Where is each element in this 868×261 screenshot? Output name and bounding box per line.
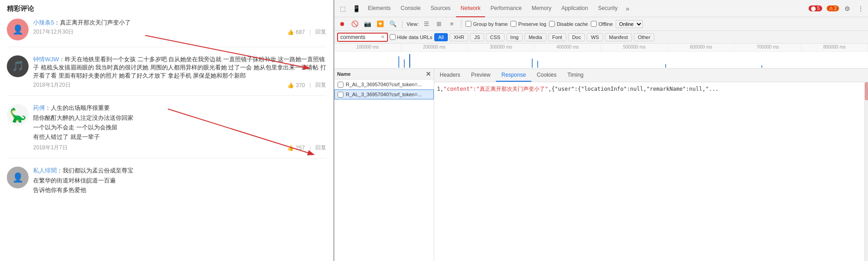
username-suffix: ：人生的出场顺序很重要: [45, 104, 110, 111]
comment-username: 药傅：人生的出场顺序很重要: [33, 104, 326, 112]
list-item-name: R_AL_3_36957040?csrf_token=...: [346, 92, 422, 97]
more-tabs-icon[interactable]: »: [623, 5, 632, 12]
list-item-checkbox[interactable]: [338, 82, 343, 88]
tab-security[interactable]: Security: [593, 0, 622, 17]
comment-item: 👤 私人绯聞：我们都以为孟云份成至尊宝 在繁华的街道对林佳皖道一百遍告诉他你有多…: [7, 167, 326, 204]
filter-doc-button[interactable]: Doc: [568, 33, 585, 41]
more-options-icon[interactable]: ⋮: [855, 3, 866, 14]
tab-elements[interactable]: Elements: [363, 0, 395, 17]
network-timeline: 100000 ms 200000 ms 300000 ms 400000 ms …: [334, 44, 868, 69]
disable-cache-label[interactable]: Disable cache: [549, 21, 588, 27]
reply-button[interactable]: 回复: [315, 144, 326, 152]
search-icon[interactable]: 🔍: [388, 19, 398, 29]
network-content: Name ✕ R_AL_3_36957040?csrf_token=... R_…: [334, 69, 868, 261]
network-list: Name ✕ R_AL_3_36957040?csrf_token=... R_…: [334, 69, 434, 261]
comment-date: 2018年1月7日: [33, 144, 68, 152]
hide-data-urls-checkbox[interactable]: [390, 34, 396, 40]
clear-button[interactable]: 🚫: [350, 19, 360, 29]
detail-tabs: Headers Preview Response Cookies Timing: [434, 69, 868, 82]
list-item[interactable]: R_AL_3_36957040?csrf_token=...: [334, 89, 434, 99]
disable-cache-checkbox[interactable]: [549, 21, 555, 27]
filter-icon[interactable]: 🔽: [375, 19, 385, 29]
reply-button[interactable]: 回复: [315, 28, 326, 36]
timeline-mark: 200000 ms: [401, 44, 468, 51]
separator: [402, 20, 402, 28]
comment-item: 🦕 药傅：人生的出场顺序很重要 陪你酩酊大醉的人注定没办法送你回家一个以为不会走…: [7, 104, 326, 158]
filter-search-box[interactable]: ✕: [337, 33, 388, 42]
comment-body: 私人绯聞：我们都以为孟云份成至尊宝 在繁华的街道对林佳皖道一百遍告诉他你有多热爱…: [33, 167, 326, 197]
username[interactable]: 小辣条5: [33, 19, 54, 26]
list-item[interactable]: R_AL_3_36957040?csrf_token=...: [334, 79, 434, 89]
filter-all-button[interactable]: All: [434, 33, 448, 41]
scrollbar-thumb[interactable]: [865, 82, 868, 100]
comment-username: 钟情WJW：昨天在地铁里看到一个女孩 二十多岁吧 自从她坐在我旁边就 一直照镜子…: [33, 55, 326, 80]
comment-actions: 👍 687 | 回复: [287, 28, 326, 36]
detail-view-icon[interactable]: ⊞: [434, 19, 444, 29]
filter-js-button[interactable]: JS: [470, 33, 484, 41]
settings-icon[interactable]: ⚙: [842, 3, 853, 14]
filter-css-button[interactable]: CSS: [486, 33, 505, 41]
comment-footer: 2018年1月20日 👍 370 | 回复: [33, 81, 326, 89]
tab-preview[interactable]: Preview: [466, 69, 496, 82]
network-list-header: Name ✕: [334, 69, 434, 79]
tab-console[interactable]: Console: [396, 0, 425, 17]
offline-label[interactable]: Offline: [591, 21, 613, 27]
filter-xhr-button[interactable]: XHR: [450, 33, 468, 41]
record-button[interactable]: ⏺: [337, 19, 347, 29]
tab-timing[interactable]: Timing: [562, 69, 589, 82]
filter-other-button[interactable]: Other: [634, 33, 655, 41]
response-highlight: "content":"真正离开那次关门声变小了": [443, 86, 548, 92]
like-button[interactable]: 👍 257: [287, 145, 305, 151]
like-button[interactable]: 👍 370: [287, 82, 305, 89]
network-toolbar: ⏺ 🚫 📷 🔽 🔍 View: ☰ ⊞ ≡ Group by frame Pre…: [334, 17, 868, 31]
filter-img-button[interactable]: Img: [506, 33, 523, 41]
tab-headers[interactable]: Headers: [434, 69, 466, 82]
username[interactable]: 药傅: [33, 104, 45, 111]
throttle-select[interactable]: Online: [616, 20, 643, 28]
warn-badge: ⚠ 2: [827, 5, 839, 11]
capture-button[interactable]: 📷: [363, 19, 373, 29]
timeline-mark: 300000 ms: [468, 44, 535, 51]
list-view-icon[interactable]: ☰: [422, 19, 432, 29]
preserve-log-label[interactable]: Preserve log: [510, 21, 546, 27]
timeline-bars: [334, 52, 868, 69]
like-button[interactable]: 👍 687: [287, 29, 305, 35]
filter-manifest-button[interactable]: Manifest: [605, 33, 632, 41]
comment-body: 小辣条5：真正离开那次关门声变小了 2017年12月30日 👍 687 | 回复: [33, 19, 326, 40]
waterfall-view-icon[interactable]: ≡: [447, 19, 457, 29]
timeline-bar: [398, 56, 399, 68]
reply-button[interactable]: 回复: [315, 81, 326, 89]
username-suffix: ：我们都以为孟云份成至尊宝: [57, 167, 133, 174]
timeline-mark: 600000 ms: [668, 44, 735, 51]
close-detail-icon[interactable]: ✕: [426, 70, 431, 78]
name-column-header: Name: [337, 71, 351, 77]
timeline-bar: [404, 59, 405, 68]
tab-response[interactable]: Response: [496, 69, 531, 82]
list-item-name: R_AL_3_36957040?csrf_token=...: [346, 82, 422, 87]
hide-data-urls-label[interactable]: Hide data URLs: [390, 34, 432, 40]
filter-ws-button[interactable]: WS: [587, 33, 603, 41]
clear-search-icon[interactable]: ✕: [381, 34, 385, 40]
view-label: View:: [407, 21, 419, 27]
username[interactable]: 钟情WJW: [33, 56, 59, 63]
tab-cookies[interactable]: Cookies: [531, 69, 562, 82]
device-icon[interactable]: 📱: [350, 2, 363, 15]
filter-search-input[interactable]: [340, 34, 379, 40]
inspect-icon[interactable]: ⬚: [336, 2, 349, 15]
filter-media-button[interactable]: Media: [525, 33, 546, 41]
tab-performance[interactable]: Performance: [486, 0, 526, 17]
tab-network[interactable]: Network: [456, 0, 485, 17]
offline-checkbox[interactable]: [591, 21, 597, 27]
group-by-frame-checkbox[interactable]: [466, 21, 471, 27]
group-by-frame-label[interactable]: Group by frame: [466, 21, 508, 27]
tab-memory[interactable]: Memory: [527, 0, 556, 17]
tab-application[interactable]: Application: [557, 0, 593, 17]
tab-sources[interactable]: Sources: [426, 0, 455, 17]
filter-font-button[interactable]: Font: [548, 33, 566, 41]
timeline-bar: [761, 65, 762, 68]
scrollbar[interactable]: [864, 82, 868, 261]
username[interactable]: 私人绯聞: [33, 167, 57, 174]
comment-item: 👤 小辣条5：真正离开那次关门声变小了 2017年12月30日 👍 687 | …: [7, 19, 326, 47]
preserve-log-checkbox[interactable]: [510, 21, 516, 27]
list-item-checkbox[interactable]: [338, 92, 343, 98]
